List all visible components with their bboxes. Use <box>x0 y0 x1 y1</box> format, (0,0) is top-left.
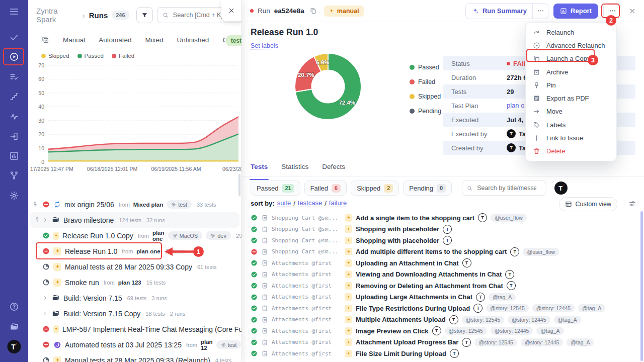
test-title[interactable]: Add a single item to the shopping cart <box>356 214 474 222</box>
test-row[interactable]: Shopping Cart @sm...Add multiple differe… <box>251 246 640 258</box>
run-row[interactable]: Build: Version 7.1569 tests3 runs <box>28 290 242 306</box>
test-search[interactable] <box>462 180 546 196</box>
view-settings-icon[interactable] <box>628 200 636 208</box>
test-tag[interactable]: @story: 12445 <box>508 316 550 324</box>
suite-name[interactable]: Attachments @first <box>272 339 341 345</box>
test-row[interactable]: Attachments @firstImage Preview on Click… <box>251 325 640 337</box>
user-avatar[interactable]: T' <box>8 340 21 353</box>
test-tag[interactable]: @tag_A <box>489 293 516 301</box>
tab-defects[interactable]: Defects <box>322 163 345 176</box>
suite-name[interactable]: Attachments @first <box>272 294 341 300</box>
test-row[interactable]: Attachments @firstRemoving or Deleting a… <box>251 280 640 292</box>
sidebar-item-folders[interactable] <box>9 322 19 332</box>
test-title[interactable]: Attachment Upload Progress Bar <box>356 338 458 346</box>
sidebar-item-play-circle[interactable] <box>9 52 19 62</box>
sidebar-item-menu[interactable] <box>9 6 20 17</box>
test-row[interactable]: Attachments @firstUploading an Attachmen… <box>251 257 640 269</box>
filter-button[interactable] <box>136 7 153 23</box>
chevron-right-icon[interactable] <box>42 217 48 223</box>
menu-item-archive[interactable]: Archive <box>526 65 616 78</box>
menu-item-advanced-relaunch[interactable]: Advanced Relaunch <box>526 39 616 52</box>
suite-name[interactable]: Attachments @first <box>272 316 341 323</box>
sidebar-item-gear[interactable] <box>9 191 19 201</box>
run-row[interactable]: Automated tests at 03 Jul 2025 13:25from… <box>28 337 242 352</box>
test-row[interactable]: Attachments @firstViewing and Downloadin… <box>251 269 640 281</box>
sidebar-item-fork[interactable] <box>9 170 19 180</box>
suite-name[interactable]: Shopping Cart @sm... <box>272 248 341 255</box>
menu-item-move[interactable]: Move <box>526 105 616 118</box>
plan-name[interactable]: Mixed plan <box>133 202 163 208</box>
sidebar-item-bar-chart[interactable] <box>9 151 19 161</box>
sidebar-item-login[interactable] <box>9 131 19 141</box>
menu-item-pin[interactable]: Pin <box>526 78 616 92</box>
plan-name[interactable]: plan 123 <box>118 280 141 286</box>
run-summary-button[interactable]: Run Summary <box>466 7 532 15</box>
run-row[interactable]: Manual tests at 28 Mar 2025 09:33 (Relau… <box>28 352 242 362</box>
test-tag[interactable]: @story: 12545 <box>462 316 504 324</box>
sidebar-item-list-check[interactable] <box>9 72 19 82</box>
test-row[interactable]: Shopping Cart @sm...Shopping with placeh… <box>251 235 640 246</box>
test-row[interactable]: Shopping Cart @sm...Shopping with placeh… <box>251 224 640 235</box>
test-search-input[interactable] <box>476 184 537 192</box>
run-row[interactable]: Build: Version 7.15 Copy18 tests2 runs <box>28 306 242 321</box>
runs-tab-unfinished[interactable]: Unfinished <box>177 36 209 44</box>
menu-item-labels[interactable]: Labels <box>526 118 616 131</box>
runs-search-input[interactable] <box>172 11 229 19</box>
sidebar-item-pulse[interactable] <box>9 112 19 122</box>
copy-run-id-button[interactable] <box>309 7 317 15</box>
test-plan-link[interactable]: plan o <box>507 102 524 110</box>
suite-name[interactable]: Shopping Cart @sm... <box>272 237 341 244</box>
report-button[interactable]: Report <box>553 4 598 19</box>
plan-name[interactable]: plan one <box>152 230 165 242</box>
suite-name[interactable]: Attachments @first <box>272 271 341 278</box>
suite-name[interactable]: Attachments @first <box>272 283 341 289</box>
test-tag[interactable]: @tag_A <box>567 338 594 346</box>
menu-item-launch-a-copy[interactable]: Launch a Copy <box>526 52 616 65</box>
test-tag[interactable]: @tag_A <box>536 327 564 335</box>
sidebar-item-steps[interactable] <box>9 92 19 102</box>
test-tag[interactable]: @story: 12445 <box>521 338 563 346</box>
suite-name[interactable]: Shopping Cart @sm... <box>272 215 341 221</box>
suite-name[interactable]: Attachments @first <box>272 260 341 266</box>
filter-chip-failed[interactable]: Failed6 <box>304 180 347 196</box>
test-row[interactable]: Shopping Cart @sm...Add a single item to… <box>251 212 640 224</box>
test-title[interactable]: Multiple Attachments Upload <box>356 316 446 323</box>
menu-item-delete[interactable]: Delete <box>526 145 616 158</box>
test-tag[interactable]: @story: 12545 <box>445 327 487 335</box>
test-row[interactable]: Attachments @firstUploading Large Attach… <box>251 292 640 303</box>
test-row[interactable]: Attachments @firstMultiple Attachments U… <box>251 314 640 326</box>
menu-item-export-as-pdf[interactable]: Export as PDF <box>526 92 616 105</box>
test-title[interactable]: Viewing and Downloading Attachments in C… <box>356 270 502 278</box>
run-summary-more-button[interactable] <box>533 7 548 15</box>
sort-by-failure[interactable]: failure <box>329 199 347 207</box>
run-row[interactable]: Release Run 1.0fromplan one29 tests <box>28 243 242 259</box>
suite-name[interactable]: Attachments @first <box>272 305 341 312</box>
runs-panel-scrollbar[interactable] <box>238 174 240 196</box>
panel-close-button[interactable] <box>221 0 242 21</box>
sidebar-item-check[interactable] <box>9 32 19 42</box>
run-row[interactable]: Release Run 1.0 Copyfromplan oneMacOSdev… <box>28 228 242 243</box>
menu-item-link-to-issue[interactable]: Link to Issue <box>526 131 616 144</box>
test-tag[interactable]: @story: 12445 <box>491 327 533 335</box>
sort-by-testcase[interactable]: testcase <box>298 199 322 207</box>
test-title[interactable]: Uploading an Attachment in Chat <box>356 259 459 267</box>
more-actions-button[interactable] <box>603 3 621 19</box>
chevron-right-icon[interactable] <box>42 311 48 316</box>
filter-chip-passed[interactable]: Passed21 <box>251 180 300 196</box>
test-tag[interactable]: @story: 12545 <box>486 304 528 312</box>
test-title[interactable]: Shopping with placeholder <box>356 237 439 244</box>
filter-chip-pending[interactable]: Pending0 <box>403 180 452 196</box>
run-row[interactable]: Bravo milestone124 tests32 runs <box>30 212 239 228</box>
test-tag[interactable]: @user_flow <box>491 214 527 222</box>
test-row[interactable]: Attachments @firstFile Type Restrictions… <box>251 303 640 314</box>
select-all-icon[interactable] <box>41 36 49 44</box>
set-labels-link[interactable]: Set labels <box>251 42 278 50</box>
test-tag[interactable]: @user_flow <box>523 248 559 256</box>
runs-tab-mixed[interactable]: Mixed <box>145 36 164 44</box>
tab-statistics[interactable]: Statistics <box>281 163 308 176</box>
test-tag[interactable]: @tag_A <box>578 304 605 312</box>
sidebar-item-help[interactable] <box>9 302 19 312</box>
breadcrumb-project[interactable]: Zyntra Spark <box>36 7 78 24</box>
sort-by-suite[interactable]: suite <box>277 199 291 207</box>
test-title[interactable]: File Type Restrictions During Upload <box>356 305 470 312</box>
